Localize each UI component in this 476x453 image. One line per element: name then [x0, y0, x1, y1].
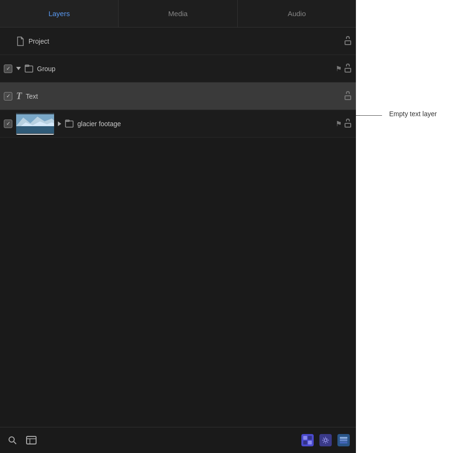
- flag-icon: ⚑: [336, 65, 342, 73]
- group-checkbox[interactable]: [4, 65, 12, 73]
- expand-footage-icon[interactable]: [58, 121, 61, 126]
- svg-rect-20: [340, 442, 347, 444]
- group-right-icons: ⚑: [336, 64, 352, 74]
- lock-icon-text: [344, 91, 352, 102]
- expand-group-icon[interactable]: [16, 67, 21, 70]
- layer-row-footage[interactable]: glacier footage ⚑: [0, 110, 356, 138]
- svg-line-13: [14, 442, 16, 444]
- search-icon: [8, 435, 17, 445]
- svg-point-12: [9, 437, 14, 442]
- layer-row-text[interactable]: T Text: [0, 83, 356, 110]
- layer-row-group[interactable]: Group ⚑: [0, 55, 356, 83]
- footage-group-icon: [65, 120, 74, 128]
- lock-icon: [344, 36, 352, 46]
- gear-icon: [319, 434, 332, 446]
- footage-name: glacier footage: [77, 120, 336, 128]
- svg-rect-8: [16, 113, 54, 114]
- search-button[interactable]: [6, 434, 19, 447]
- tab-layers[interactable]: Layers: [0, 0, 119, 27]
- group-icon: [25, 65, 33, 73]
- annotation-text: Empty text layer: [389, 110, 437, 118]
- annotation-line: [356, 115, 382, 116]
- svg-rect-14: [27, 436, 36, 444]
- lock-icon-footage: [344, 119, 352, 129]
- svg-rect-9: [16, 133, 54, 135]
- svg-rect-7: [16, 126, 54, 135]
- layer-row-project[interactable]: Project: [0, 28, 356, 55]
- toolbar-right: [301, 434, 350, 447]
- annotation-area: Empty text layer: [356, 0, 476, 453]
- flag-icon-footage: ⚑: [336, 120, 342, 128]
- text-right-icons: [344, 91, 352, 102]
- footage-right-icons: ⚑: [336, 119, 352, 129]
- bottom-toolbar: [0, 427, 356, 453]
- project-right-icons: [344, 36, 352, 46]
- tab-media[interactable]: Media: [119, 0, 237, 27]
- layers-list: Project Group ⚑: [0, 28, 356, 427]
- svg-rect-18: [340, 437, 347, 439]
- project-name: Project: [28, 37, 344, 45]
- group-name: Group: [37, 65, 336, 73]
- svg-rect-0: [25, 66, 33, 72]
- grid-icon: [301, 434, 314, 446]
- layers-stack-icon: [337, 434, 350, 446]
- svg-rect-19: [340, 439, 347, 441]
- svg-rect-10: [65, 121, 73, 127]
- text-checkbox[interactable]: [4, 92, 12, 101]
- footage-checkbox[interactable]: [4, 120, 12, 128]
- tab-bar: Layers Media Audio: [0, 0, 356, 28]
- text-layer-name: Text: [26, 92, 344, 100]
- settings-button[interactable]: [319, 434, 332, 447]
- lock-icon-group: [344, 64, 352, 74]
- tab-audio[interactable]: Audio: [238, 0, 356, 27]
- layers-stack-button[interactable]: [337, 434, 350, 447]
- document-icon: [16, 37, 25, 46]
- layout-icon: [26, 436, 37, 444]
- text-type-icon: T: [16, 91, 22, 102]
- svg-point-17: [324, 439, 327, 442]
- layout-button[interactable]: [25, 434, 38, 447]
- grid-button[interactable]: [301, 434, 314, 447]
- toolbar-left: [6, 434, 38, 447]
- footage-thumbnail: [16, 113, 54, 135]
